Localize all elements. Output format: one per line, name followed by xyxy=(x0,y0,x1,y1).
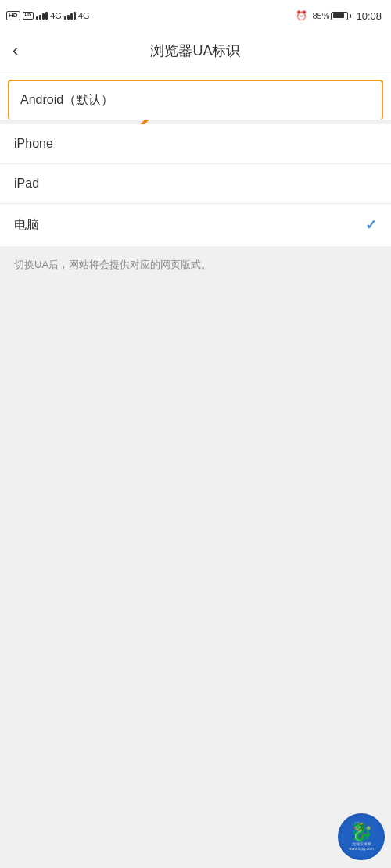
info-text: 切换UA后，网站将会提供对应的网页版式。 xyxy=(14,259,211,270)
hd-badge-2: HD xyxy=(23,12,34,20)
desktop-label: 电脑 xyxy=(14,217,39,234)
list-item-ipad[interactable]: iPad xyxy=(0,164,391,204)
watermark-text-line2: www.lcjrg.com xyxy=(349,846,374,851)
iphone-label: iPhone xyxy=(14,137,53,151)
android-label: Android（默认） xyxy=(20,92,113,109)
bottom-background xyxy=(0,284,391,753)
battery-body xyxy=(331,12,348,20)
status-left: HD HD 4G 4G xyxy=(6,11,90,20)
battery-indicator: 85% xyxy=(312,11,351,20)
android-item-wrapper: Android（默认） xyxy=(0,70,391,120)
info-section: 切换UA后，网站将会提供对应的网页版式。 xyxy=(0,246,391,284)
ipad-label: iPad xyxy=(14,177,39,191)
time-display: 10:08 xyxy=(356,10,382,22)
content-area: Android（默认） iPhone iPad 电脑 ✓ 切换UA后，网站将会提… xyxy=(0,70,391,753)
battery-tip xyxy=(350,14,351,18)
checkmark-icon: ✓ xyxy=(365,216,377,234)
status-right: ⏰ 85% 10:08 xyxy=(296,10,382,22)
signal-4g-1: 4G xyxy=(50,11,62,20)
signal-4g-2: 4G xyxy=(78,11,90,20)
watermark-dragon-icon: 🐉 xyxy=(350,823,373,841)
list-item-desktop[interactable]: 电脑 ✓ xyxy=(0,204,391,246)
battery-fill xyxy=(333,13,344,18)
hd-badge-1: HD xyxy=(6,11,20,20)
signal-bars-2 xyxy=(64,12,76,20)
alarm-icon: ⏰ xyxy=(296,10,307,21)
list-item-android[interactable]: Android（默认） xyxy=(8,80,383,120)
signal-bars-1 xyxy=(36,12,48,20)
battery-percent: 85% xyxy=(312,11,329,20)
list-item-iphone[interactable]: iPhone xyxy=(0,124,391,164)
toolbar: ‹ 浏览器UA标识 xyxy=(0,31,391,70)
page-title: 浏览器UA标识 xyxy=(150,41,240,60)
status-bar: HD HD 4G 4G ⏰ 85% 10:08 xyxy=(0,0,391,31)
back-button[interactable]: ‹ xyxy=(13,39,24,63)
watermark: 🐉 龙城安卓网 www.lcjrg.com xyxy=(338,813,385,860)
list-container: iPhone iPad 电脑 ✓ xyxy=(0,124,391,246)
